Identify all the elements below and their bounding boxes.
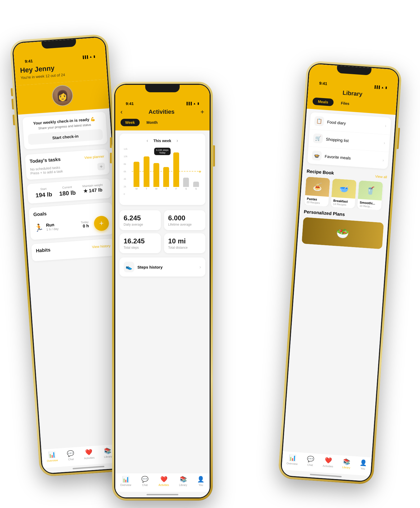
- week-label: This week: [153, 139, 171, 143]
- food-diary-icon: 📋: [314, 116, 324, 126]
- favorite-meals-icon: 🍲: [312, 151, 322, 161]
- view-all-link[interactable]: View all: [375, 174, 387, 179]
- volume-down-button[interactable]: [12, 115, 15, 125]
- bar-s1: [183, 178, 189, 187]
- bar-m: [134, 162, 139, 187]
- day-s1: S: [185, 187, 187, 190]
- volume-up-button-mid[interactable]: [110, 137, 112, 148]
- day-t2: T: [166, 187, 167, 190]
- avatar: 👩: [51, 84, 74, 107]
- phone-inner-middle: 9:41 ▐▐▐ ▲ ▮ ‹ Activities +: [114, 84, 211, 498]
- phones-container: 9:41 ▐▐▐ ▲ ▮ Hey Jenny You're in week 12…: [25, 15, 396, 493]
- nav-library-label-right: Library: [342, 466, 350, 469]
- recipe-breakfast[interactable]: 🥣 Breakfast 14 Recipes: [331, 178, 356, 208]
- day-m: M: [135, 187, 138, 190]
- nav-you-label-mid: You: [198, 484, 203, 487]
- nav-chat-mid[interactable]: 💬 Chat: [141, 476, 148, 487]
- nav-overview-mid[interactable]: 📊 Overview: [120, 476, 131, 487]
- activities-screen: 9:41 ▐▐▐ ▲ ▮ ‹ Activities +: [115, 85, 210, 497]
- nav-chat-right[interactable]: 💬 Chat: [306, 456, 314, 467]
- prev-week-button[interactable]: ‹: [147, 138, 148, 143]
- nav-activities[interactable]: ❤️ Activities: [83, 448, 94, 460]
- add-activity-button[interactable]: +: [200, 108, 204, 116]
- nav-you-right[interactable]: 👤 You: [359, 459, 367, 470]
- nav-activities-right[interactable]: ❤️ Activities: [322, 457, 334, 468]
- goal-today-value: 0 h: [81, 224, 89, 229]
- weight-start-label: Start: [35, 187, 52, 191]
- start-checkin-button[interactable]: Start check-in: [28, 129, 103, 145]
- home-indicator-middle: [147, 494, 178, 495]
- stats-grid: 6.245 Daily average 6.000 Lifetime avera…: [120, 210, 205, 253]
- shopping-list-text: Shopping list: [326, 137, 381, 145]
- goals-section: Goals 🏃 Run 1 h / day Today 0 h: [29, 202, 114, 240]
- view-planner-link[interactable]: View planner: [84, 154, 104, 160]
- tab-week[interactable]: Week: [121, 119, 140, 126]
- nav-overview[interactable]: 📊 Overview: [46, 451, 58, 462]
- power-button-right[interactable]: [397, 128, 400, 149]
- habits-header: Habits View history: [36, 243, 110, 254]
- plans-image: 🥗: [302, 217, 384, 249]
- activities-title: Activities: [149, 108, 175, 115]
- weight-goal: Maintain weight ★ 147 lb: [82, 183, 103, 196]
- smoothie-info: Smoothi... 10 Recip...: [357, 199, 381, 210]
- nav-library-mid[interactable]: 📚 Library: [179, 476, 187, 487]
- add-task-row: No scheduled tasks Press + to add a task…: [30, 162, 105, 176]
- nav-activities-label-mid: Activities: [158, 484, 169, 487]
- goal-row: 🏃 Run 1 h / day Today 0 h +: [34, 216, 109, 236]
- bar-t2: [163, 167, 169, 187]
- menu-list: 📋 Food diary › 🛒 Shopping list › 🍲 Favor…: [307, 112, 391, 169]
- battery-icon: ▮: [93, 55, 95, 58]
- chart-wrapper: 0 2k 4k 6k 8k 10k 12k 6.245 steps: [124, 148, 201, 201]
- recipe-pastas[interactable]: 🍝 Pastas 20 Recipes: [304, 177, 330, 207]
- profile-icon-right: 👤: [359, 459, 367, 467]
- bar-w: [153, 163, 159, 187]
- view-history-link[interactable]: View history: [92, 244, 110, 249]
- recipe-scroll: 🍝 Pastas 20 Recipes 🥣 Breakfast: [304, 177, 387, 211]
- add-goal-fab[interactable]: +: [93, 216, 109, 231]
- recipe-title: Recipe Book: [306, 169, 334, 176]
- wifi-icon-mid: ▲: [193, 102, 196, 105]
- time-middle: 9:41: [126, 101, 134, 106]
- battery-icon-mid: ▮: [197, 102, 199, 105]
- nav-chat[interactable]: 💬 Chat: [67, 450, 74, 461]
- recipe-smoothie[interactable]: 🥤 Smoothi... 10 Recip...: [357, 180, 383, 210]
- add-task-button[interactable]: +: [97, 163, 105, 170]
- nav-activities-mid[interactable]: ❤️ Activities: [158, 476, 169, 487]
- volume-down-button-mid[interactable]: [110, 153, 112, 163]
- signal-icon-mid: ▐▐▐: [185, 102, 192, 105]
- screen-right: 9:41 ▐▐▐ ▲ ▮ Library Meals Files: [281, 64, 399, 481]
- shopping-list-chevron: ›: [383, 141, 385, 145]
- tasks-title: Today's tasks: [29, 157, 61, 164]
- chart-section: ‹ This week › 0 2k 4k 6k 8k: [120, 134, 205, 205]
- habits-section: Habits View history: [31, 238, 115, 261]
- bottom-nav-right: 📊 Overview 💬 Chat ❤️ Activities 📚: [281, 451, 372, 476]
- day-s2: S: [195, 187, 197, 190]
- bar-saturday: S: [183, 178, 189, 190]
- bottom-nav-middle: 📊 Overview 💬 Chat ❤️ Activities 📚: [115, 473, 210, 492]
- tab-month[interactable]: Month: [142, 119, 162, 126]
- bar-t1: [144, 156, 149, 187]
- nav-you-mid[interactable]: 👤 You: [197, 476, 204, 487]
- activities-icon-right: ❤️: [324, 457, 332, 464]
- back-button[interactable]: ‹: [121, 108, 123, 116]
- nav-library[interactable]: 📚 Library: [103, 447, 112, 458]
- steps-history-row[interactable]: 👟 Steps history ›: [120, 257, 205, 277]
- total-steps-label: Total steps: [124, 246, 157, 249]
- nav-overview-right[interactable]: 📊 Overview: [286, 454, 298, 466]
- tooltip-steps: 6.245 steps: [156, 149, 169, 151]
- power-button-mid[interactable]: [213, 145, 215, 167]
- goal-run-icon: 🏃: [34, 223, 44, 232]
- overview-icon: 📊: [48, 451, 56, 459]
- lifetime-avg-label: Lifetime average: [168, 223, 201, 226]
- activities-nav: ‹ Activities +: [121, 108, 204, 116]
- volume-up-button[interactable]: [11, 99, 14, 109]
- y-axis: 0 2k 4k 6k 8k 10k 12k: [124, 148, 128, 195]
- next-week-button[interactable]: ›: [176, 138, 178, 143]
- nav-library-right[interactable]: 📚 Library: [342, 458, 351, 469]
- silent-button[interactable]: [11, 88, 13, 96]
- tab-files[interactable]: Files: [335, 99, 355, 108]
- tab-meals[interactable]: Meals: [312, 97, 334, 106]
- library-tabs: Meals Files: [312, 97, 391, 110]
- notch-middle: [145, 85, 180, 92]
- plans-card[interactable]: 🥗: [302, 217, 384, 249]
